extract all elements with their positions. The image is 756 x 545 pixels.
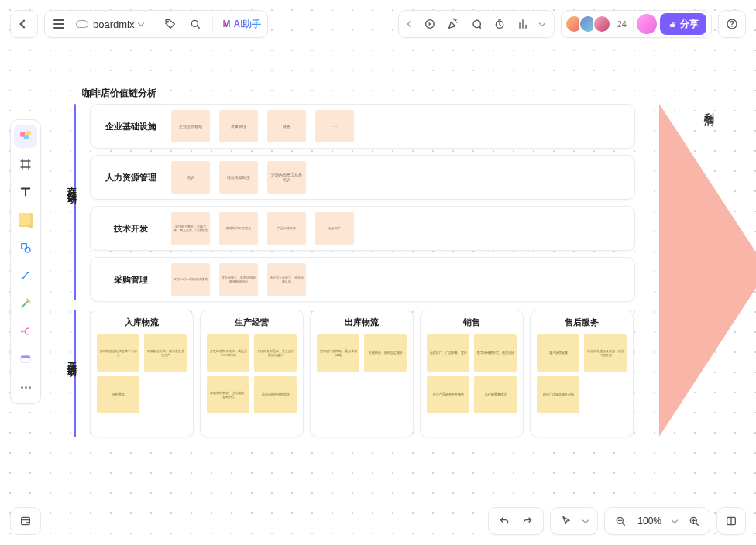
- sticky-note[interactable]: 开始对食材品质、安全进行数据化监控: [254, 334, 297, 372]
- frame-icon: [19, 158, 32, 170]
- sticky-note[interactable]: 品质原料的长期供应: [254, 376, 297, 413]
- sticky-note[interactable]: 选址到人流量大、品质较高区域: [267, 263, 306, 296]
- svg-point-0: [167, 22, 168, 22]
- search-button[interactable]: [187, 16, 203, 32]
- frame-tool[interactable]: [14, 153, 37, 176]
- primary-card-sales[interactable]: 销售 品牌推广、门店形象、宣传 数字化销售形式，信息流转 推行产品延伸开发销售 …: [420, 310, 524, 437]
- svg-point-9: [25, 247, 30, 252]
- sticky-note-tool[interactable]: [14, 208, 37, 231]
- share-button[interactable]: 分享: [660, 13, 706, 35]
- poll-button[interactable]: [517, 18, 529, 30]
- undo-button[interactable]: [498, 515, 510, 527]
- chevron-down-icon[interactable]: [672, 517, 678, 523]
- base-rail: [74, 310, 76, 437]
- main-menu-button[interactable]: [51, 16, 67, 32]
- top-tools: [398, 10, 555, 38]
- shape-tool[interactable]: [14, 236, 37, 259]
- comment-button[interactable]: [470, 18, 483, 30]
- primary-card-operations[interactable]: 生产经营 开发标准制作流程，满足员工工时排班 开始对食材品质、安全进行数据化监控…: [200, 310, 304, 437]
- expand-left-icon[interactable]: [407, 21, 414, 27]
- tag-button[interactable]: [163, 16, 178, 32]
- help-button[interactable]: [718, 10, 746, 38]
- mindmap-tool[interactable]: [14, 320, 37, 343]
- avatar-stack[interactable]: [565, 15, 611, 33]
- sticky-note[interactable]: 综合改良建议及数据，优化门店经营: [584, 334, 627, 372]
- card-label: 售后服务: [565, 317, 599, 328]
- confetti-button[interactable]: [447, 18, 459, 30]
- diagram-title[interactable]: 咖啡店价值链分析: [82, 87, 156, 100]
- sticky-note[interactable]: 方便快捷，低价自提服务: [364, 334, 407, 372]
- sticky-note[interactable]: ······: [315, 110, 354, 142]
- support-row-tech[interactable]: 技术开发 采用电子商务，在线下单、网上支付、门店取货 咖啡制作工艺优化 产品口味…: [90, 206, 635, 251]
- canvas-content: 咖啡店价值链分析 支持性活动 企业基础设施 企业运作规划 质量管理 财务 ···…: [46, 46, 748, 499]
- document-title-dropdown[interactable]: boardmix: [76, 19, 143, 30]
- support-activities-label[interactable]: 支持性活动: [65, 178, 78, 190]
- current-user-avatar[interactable]: [637, 14, 657, 34]
- sticky-note[interactable]: 绩效考核制度: [219, 161, 258, 194]
- row-label: 技术开发: [100, 223, 162, 235]
- sticky-note[interactable]: 建设门店收益服务创新: [537, 376, 579, 413]
- templates-tool[interactable]: [14, 125, 37, 148]
- sticky-note[interactable]: 采用电子商务，在线下单、网上支付、门店取货: [171, 212, 210, 245]
- sticky-note[interactable]: 开发标准制作流程，满足员工工时排班: [207, 334, 249, 372]
- svg-rect-13: [22, 517, 30, 524]
- ai-assistant-button[interactable]: M AI助手: [222, 18, 261, 31]
- primary-card-outbound[interactable]: 出库物流 完善的门店网络、重点叠加策略 方便快捷，低价自提服务: [310, 310, 414, 437]
- sticky-note[interactable]: 完善的门店网络、重点叠加策略: [317, 334, 359, 372]
- back-button[interactable]: [10, 10, 38, 38]
- document-title: boardmix: [93, 19, 134, 30]
- sticky-note[interactable]: 采用—对—采购议价模式: [171, 263, 210, 296]
- primary-activities: 入库物流 原料制定选址供应商中心输入 采购配送改善，按销售量变化生产 原料库存 …: [90, 310, 634, 437]
- panel-toggle-button[interactable]: [10, 507, 41, 535]
- play-button[interactable]: [424, 18, 436, 30]
- cloud-icon: [76, 20, 88, 28]
- panel-icon: [19, 515, 32, 527]
- select-tool[interactable]: [560, 515, 572, 527]
- sticky-note[interactable]: 数字化销售形式，信息流转: [474, 334, 517, 372]
- pen-tool[interactable]: [14, 292, 37, 315]
- timer-button[interactable]: [493, 18, 506, 30]
- svg-point-10: [21, 331, 23, 333]
- connector-tool[interactable]: [14, 264, 37, 287]
- sticky-note[interactable]: 推行产品延伸开发销售: [427, 376, 469, 413]
- help-icon: [726, 18, 738, 30]
- zoom-in-button[interactable]: [688, 515, 700, 527]
- support-row-procurement[interactable]: 采购管理 采用—对—采购议价模式 联合采购入、不同区域采购策略相结合 选址到人流…: [90, 257, 635, 302]
- text-tool[interactable]: [14, 180, 37, 204]
- redo-button[interactable]: [521, 515, 534, 527]
- sticky-note[interactable]: 品牌推广、门店形象、宣传: [427, 334, 469, 372]
- zoom-level[interactable]: 100%: [637, 516, 662, 526]
- divider: [212, 16, 213, 32]
- ai-label: AI助手: [233, 18, 261, 31]
- sticky-note[interactable]: 财务: [267, 110, 306, 142]
- minimap-button[interactable]: [716, 507, 746, 535]
- svg-rect-7: [26, 131, 31, 135]
- sticky-note[interactable]: 质量管理: [219, 110, 258, 142]
- chevron-down-icon[interactable]: [539, 20, 545, 26]
- support-row-infrastructure[interactable]: 企业基础设施 企业运作规划 质量管理 财务 ······: [90, 104, 635, 149]
- zoom-out-button[interactable]: [614, 515, 627, 527]
- primary-card-service[interactable]: 售后服务 客户反馈收集 综合改良建议及数据，优化门店经营 建设门店收益服务创新: [530, 310, 634, 437]
- sticky-note[interactable]: 运作新零售模式: [474, 376, 517, 413]
- chevron-down-icon[interactable]: [582, 517, 589, 523]
- sticky-note[interactable]: 设备效率: [315, 212, 354, 245]
- sticky-note[interactable]: 定期内部员工品质培训: [267, 161, 306, 194]
- sticky-note[interactable]: 客户反馈收集: [537, 334, 579, 372]
- sticky-note[interactable]: 采购材料策划、仪式感选、定制所需: [207, 376, 249, 413]
- sticky-note[interactable]: 原料库存: [97, 376, 139, 413]
- sticky-note[interactable]: 原料制定选址供应商中心输入: [97, 334, 139, 372]
- support-row-hr[interactable]: 人力资源管理 培训 绩效考核制度 定期内部员工品质培训: [90, 155, 635, 200]
- primary-card-inbound[interactable]: 入库物流 原料制定选址供应商中心输入 采购配送改善，按销售量变化生产 原料库存: [90, 310, 194, 437]
- sticky-note[interactable]: 企业运作规划: [171, 110, 210, 142]
- card-icon: [19, 352, 33, 366]
- primary-activities-label[interactable]: 基础活动: [65, 353, 78, 362]
- sticky-note[interactable]: 培训: [171, 161, 210, 194]
- card-tool[interactable]: [14, 348, 37, 371]
- sticky-note[interactable]: 产品口味开发: [267, 212, 306, 245]
- sticky-note[interactable]: 联合采购入、不同区域采购策略相结合: [219, 263, 258, 296]
- collaborator-count: 24: [614, 19, 630, 29]
- more-tools[interactable]: [14, 375, 37, 399]
- sticky-note[interactable]: 采购配送改善，按销售量变化生产: [144, 334, 187, 372]
- card-label: 出库物流: [345, 317, 379, 328]
- sticky-note[interactable]: 咖啡制作工艺优化: [219, 212, 258, 245]
